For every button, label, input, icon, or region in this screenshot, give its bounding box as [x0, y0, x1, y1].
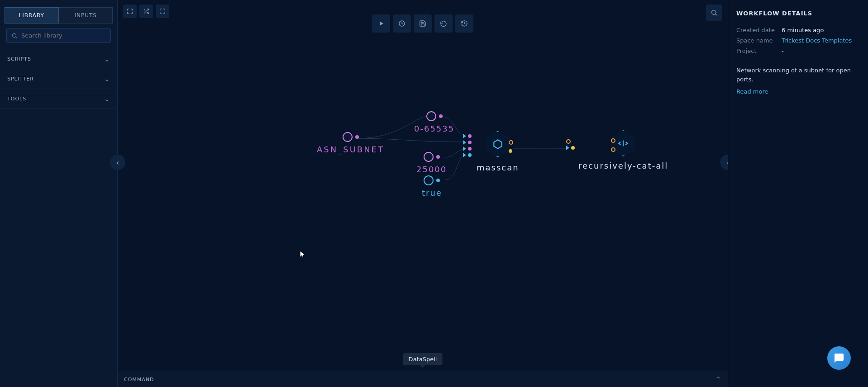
- node-label: recursively-cat-all: [578, 161, 668, 170]
- chat-icon: [834, 353, 844, 363]
- recursively-inputs: [566, 138, 575, 151]
- section-label: TOOLS: [7, 96, 26, 102]
- chevron-down-icon: ⌄: [104, 94, 110, 103]
- svg-line-1: [15, 37, 17, 38]
- run-button[interactable]: [372, 14, 390, 33]
- chevron-down-icon: ⌄: [104, 55, 110, 63]
- search-icon: [711, 9, 718, 16]
- node-rate[interactable]: 25000: [416, 152, 447, 174]
- panel-title: WORKFLOW DETAILS: [736, 10, 860, 17]
- chat-button[interactable]: [827, 346, 851, 370]
- variable-icon: [426, 111, 436, 121]
- read-more-link[interactable]: Read more: [736, 88, 860, 95]
- section-tools[interactable]: TOOLS⌄: [0, 89, 117, 109]
- command-bar[interactable]: COMMAND ⌃: [118, 372, 728, 387]
- node-true[interactable]: true: [422, 175, 442, 198]
- workflow-description: Network scanning of a subnet for open po…: [736, 66, 860, 84]
- input-port[interactable]: [463, 140, 466, 145]
- masscan-outputs: [509, 140, 513, 153]
- save-icon: [419, 20, 426, 27]
- workflow-details-panel: WORKFLOW DETAILS Created date6 minutes a…: [728, 0, 868, 387]
- node-label: true: [422, 188, 442, 198]
- tooltip: DataSpell: [403, 353, 443, 365]
- history-icon: [461, 20, 468, 27]
- command-label: COMMAND: [124, 377, 154, 382]
- space-name-value[interactable]: Trickest Docs Templates: [782, 37, 852, 44]
- section-label: SPLITTER: [7, 76, 34, 82]
- project-value: -: [782, 47, 784, 54]
- created-date-value: 6 minutes ago: [782, 27, 824, 33]
- input-port[interactable]: [463, 153, 466, 157]
- library-search[interactable]: [6, 28, 111, 43]
- node-recursively-cat-all[interactable]: recursively-cat-all: [578, 130, 668, 170]
- fit-button[interactable]: [156, 5, 169, 18]
- variable-icon: [343, 132, 353, 142]
- input-port[interactable]: [566, 139, 571, 144]
- tab-inputs[interactable]: INPUTS: [59, 7, 113, 24]
- fullscreen-button[interactable]: [123, 5, 137, 18]
- svg-point-3: [712, 10, 716, 14]
- svg-point-0: [12, 33, 16, 37]
- output-port[interactable]: [436, 179, 440, 182]
- search-icon: [11, 33, 18, 39]
- input-port[interactable]: [463, 146, 466, 151]
- output-port[interactable]: [509, 149, 512, 153]
- shuffle-button[interactable]: [139, 5, 153, 18]
- created-date-label: Created date: [736, 27, 777, 33]
- input-port[interactable]: [566, 146, 569, 150]
- space-name-label: Space name: [736, 37, 777, 44]
- clock-icon: [398, 20, 405, 27]
- save-button[interactable]: [414, 14, 432, 33]
- section-scripts[interactable]: SCRIPTS⌄: [0, 49, 117, 69]
- play-icon: [377, 20, 385, 27]
- node-label: 25000: [416, 165, 447, 174]
- output-port[interactable]: [355, 135, 359, 139]
- project-label: Project: [736, 47, 777, 54]
- tab-library[interactable]: LIBRARY: [5, 7, 59, 24]
- output-port[interactable]: [439, 114, 443, 118]
- output-port[interactable]: [436, 155, 440, 159]
- node-port-range[interactable]: 0-65535: [414, 111, 454, 133]
- schedule-button[interactable]: [393, 14, 411, 33]
- canvas-search-button[interactable]: [706, 5, 722, 21]
- search-input[interactable]: [21, 32, 106, 39]
- section-splitter[interactable]: SPLITTER⌄: [0, 69, 117, 89]
- workflow-canvas[interactable]: ‹ › ASN_SUBNET 0-65535 25000 true massca…: [118, 0, 728, 387]
- masscan-inputs: [463, 133, 472, 158]
- nav-left-button[interactable]: ‹: [110, 155, 125, 170]
- svg-line-4: [715, 14, 717, 15]
- node-label: masscan: [477, 163, 519, 172]
- variable-icon: [424, 152, 434, 162]
- node-asn-subnet[interactable]: ASN_SUBNET: [317, 132, 384, 154]
- recursively-outputs: [611, 138, 615, 152]
- boolean-icon: [424, 175, 434, 185]
- output-port[interactable]: [509, 140, 513, 145]
- chevron-up-icon: ⌃: [715, 375, 721, 384]
- output-port[interactable]: [611, 138, 615, 143]
- tool-hex-icon: [485, 131, 511, 157]
- undo-button[interactable]: [434, 14, 453, 33]
- chevron-down-icon: ⌄: [104, 75, 110, 83]
- node-label: ASN_SUBNET: [317, 145, 384, 154]
- history-button[interactable]: [455, 14, 473, 33]
- input-port[interactable]: [463, 134, 466, 138]
- output-port[interactable]: [611, 147, 615, 152]
- section-label: SCRIPTS: [7, 56, 31, 62]
- node-label: 0-65535: [414, 124, 454, 133]
- undo-icon: [440, 20, 447, 27]
